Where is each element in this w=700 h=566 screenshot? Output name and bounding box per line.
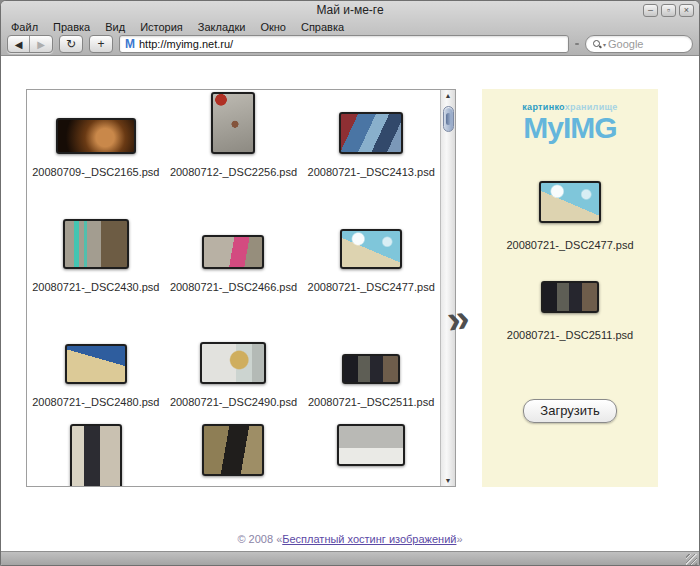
filename-label: 20080712-_DSC2256.psd [170,166,297,178]
toolbar-separator-dot [575,43,579,45]
upload-sidebar: картинкохранилище MyIMG 20080721-_DSC247… [482,89,658,487]
thumbnail-dsc2480[interactable] [65,344,127,384]
filename-label: 20080709-_DSC2165.psd [32,166,159,178]
vertical-scrollbar[interactable]: ▲ ▼ [440,90,455,486]
window-title: Май и-ме-ге [1,1,699,19]
image-gallery-panel: 20080709-_DSC2165.psd 20080712-_DSC2256.… [26,89,456,487]
filename-label: 20080721-_DSC2466.psd [170,281,297,293]
back-forward-group: ◀ ▶ [7,35,53,53]
page-footer: © 2008 «Бесплатный хостинг изображений» [1,533,699,545]
window-chrome: Май и-ме-ге – ▫ × Файл Правка Вид Истори… [1,1,699,56]
thumbnail-clipped-3[interactable] [337,424,405,466]
reload-button[interactable]: ↻ [59,35,83,53]
title-bar[interactable]: Май и-ме-ге – ▫ × [1,1,699,19]
upload-button[interactable]: Загрузить [523,399,616,423]
transfer-arrow-icon: » [444,297,472,340]
browser-window: Май и-ме-ге – ▫ × Файл Правка Вид Истори… [0,0,700,566]
menu-help[interactable]: Справка [301,21,344,33]
address-input[interactable] [139,38,563,50]
page-content: 20080709-_DSC2165.psd 20080712-_DSC2256.… [1,56,699,551]
selected-item: 20080721-_DSC2511.psd [507,281,633,341]
site-favicon-m: M [125,37,135,51]
menu-view[interactable]: Вид [105,21,125,33]
gallery-item: 20080721-_DSC2477.psd [302,188,440,303]
gallery-item [165,418,303,487]
thumbnail-grid: 20080709-_DSC2165.psd 20080712-_DSC2256.… [27,90,440,487]
copyright-suffix: » [456,533,462,545]
forward-button[interactable]: ▶ [30,36,52,52]
menu-file[interactable]: Файл [11,21,38,33]
gallery-item: 20080712-_DSC2256.psd [165,90,303,188]
thumbnail-dsc2466[interactable] [202,235,264,269]
myimg-logo: картинкохранилище MyIMG [522,103,617,143]
selected-thumbnail-dsc2477[interactable] [539,181,601,223]
gallery-item [27,418,165,487]
window-controls: – ▫ × [643,4,694,17]
filename-label: 20080721-_DSC2511.psd [308,396,434,408]
status-bar [1,551,699,566]
thumbnail-clipped-1[interactable] [70,424,122,487]
menu-edit[interactable]: Правка [53,21,90,33]
thumbnail-dsc2256[interactable] [211,92,255,154]
selected-filename-label: 20080721-_DSC2477.psd [506,239,633,251]
scroll-down-arrow-icon[interactable]: ▼ [441,477,455,484]
minimize-button[interactable]: – [643,4,658,17]
search-field[interactable]: ▾ [585,35,693,53]
gallery-item: 20080721-_DSC2480.psd [27,303,165,418]
gallery-item: 20080721-_DSC2466.psd [165,188,303,303]
menu-bar: Файл Правка Вид История Закладки Окно Сп… [1,19,699,34]
gallery-item [302,418,440,487]
gallery-item: 20080709-_DSC2165.psd [27,90,165,188]
scrollbar-thumb[interactable] [443,106,454,132]
hosting-link[interactable]: Бесплатный хостинг изображений [282,533,456,545]
filename-label: 20080721-_DSC2413.psd [308,166,435,178]
selected-thumbnail-dsc2511[interactable] [541,281,599,313]
search-input[interactable] [608,38,685,50]
menu-history[interactable]: История [140,21,183,33]
magnifier-icon [593,40,601,48]
address-bar[interactable]: M [119,35,569,53]
logo-wordmark: MyIMG [522,113,617,143]
menu-bookmarks[interactable]: Закладки [198,21,246,33]
thumbnail-clipped-2[interactable] [202,424,264,476]
thumbnail-dsc2477[interactable] [340,229,402,269]
filename-label: 20080721-_DSC2490.psd [170,396,297,408]
selected-item: 20080721-_DSC2477.psd [506,181,633,251]
gallery-item: 20080721-_DSC2430.psd [27,188,165,303]
thumbnail-dsc2511[interactable] [342,354,400,384]
close-button[interactable]: × [679,4,694,17]
search-engine-caret-icon[interactable]: ▾ [603,41,606,48]
filename-label: 20080721-_DSC2480.psd [32,396,159,408]
filename-label: 20080721-_DSC2430.psd [32,281,159,293]
resize-grip[interactable] [686,554,697,565]
thumbnail-dsc2165[interactable] [56,118,136,154]
back-button[interactable]: ◀ [8,36,30,52]
thumbnail-dsc2413[interactable] [339,112,403,154]
thumbnail-dsc2430[interactable] [63,219,129,269]
selected-filename-label: 20080721-_DSC2511.psd [507,329,633,341]
copyright-text: © 2008 « [237,533,282,545]
filename-label: 20080721-_DSC2477.psd [308,281,435,293]
scroll-up-arrow-icon[interactable]: ▲ [441,92,455,99]
gallery-item: 20080721-_DSC2511.psd [302,303,440,418]
gallery-item: 20080721-_DSC2413.psd [302,90,440,188]
menu-window[interactable]: Окно [260,21,286,33]
new-tab-button[interactable]: + [89,35,113,53]
gallery-item: 20080721-_DSC2490.psd [165,303,303,418]
navigation-toolbar: ◀ ▶ ↻ + M ▾ [1,34,699,56]
thumbnail-dsc2490[interactable] [200,342,266,384]
maximize-button[interactable]: ▫ [661,4,676,17]
